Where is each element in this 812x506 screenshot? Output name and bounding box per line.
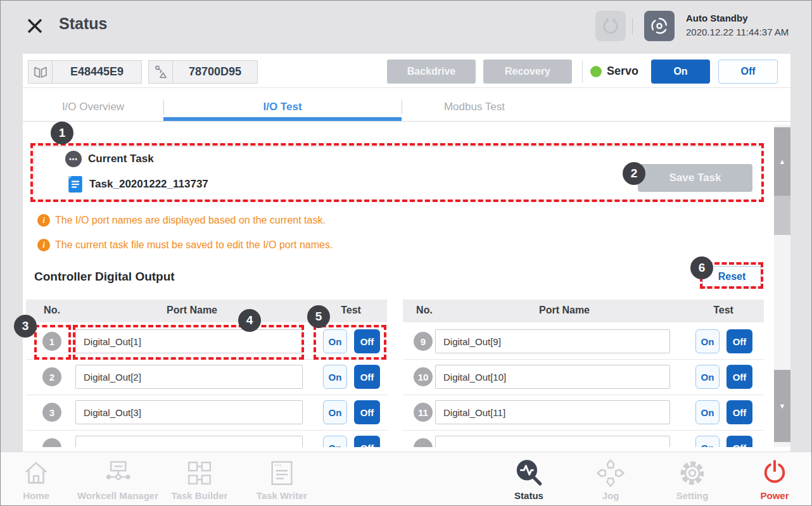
callout-box-test-buttons	[314, 325, 386, 360]
nav-label: Power	[727, 490, 812, 501]
nav-label: Task Builder	[152, 490, 247, 501]
test-on-button[interactable]: On	[695, 436, 720, 447]
nav-task-builder[interactable]: Task Builder	[152, 459, 247, 501]
nav-task-writer[interactable]: Task Writer	[234, 459, 329, 501]
backdrive-button[interactable]: Backdrive	[387, 60, 476, 84]
table-row: On Off	[26, 436, 387, 447]
auto-standby-label: Auto Standby	[686, 13, 748, 23]
close-button[interactable]	[23, 15, 46, 37]
row-divider	[26, 395, 387, 395]
controller-serial-field[interactable]: E48445E9	[28, 60, 142, 84]
scroll-up-icon: ▲	[779, 158, 786, 165]
test-off-button[interactable]: Off	[726, 365, 752, 389]
test-off-button[interactable]: Off	[354, 436, 380, 447]
servo-on-button[interactable]: On	[651, 60, 710, 84]
topbar-divider	[632, 18, 633, 35]
nav-setting[interactable]: Setting	[645, 459, 740, 501]
servo-off-button[interactable]: Off	[718, 60, 778, 84]
nav-status[interactable]: Status	[481, 459, 576, 501]
robot-serial-value: 78700D95	[173, 61, 257, 83]
callout-1: 1	[51, 122, 73, 144]
port-name-input[interactable]	[435, 400, 670, 424]
table-row: 10 On Off	[403, 365, 764, 389]
test-off-button[interactable]: Off	[726, 436, 752, 447]
test-off-button[interactable]: Off	[726, 400, 752, 424]
robot-release-button[interactable]	[595, 11, 626, 41]
port-name-input[interactable]	[75, 365, 303, 389]
scroll-down-icon: ▼	[779, 402, 786, 410]
test-on-button[interactable]: On	[695, 400, 720, 424]
callout-3: 3	[14, 315, 37, 338]
bottom-navbar: Home Workcell Manager Task	[1, 452, 812, 506]
port-name-input[interactable]	[75, 436, 303, 447]
nav-workcell-manager[interactable]: Workcell Manager	[70, 459, 165, 501]
row-divider	[26, 430, 387, 431]
open-ring-icon	[601, 16, 620, 35]
port-name-input[interactable]	[435, 436, 670, 447]
nav-label: Status	[481, 490, 576, 501]
scrollbar-thumb[interactable]	[774, 196, 790, 235]
row-divider	[403, 430, 764, 431]
notice-line-1: The I/O port names are displayed based o…	[55, 215, 326, 226]
table-row: 2 On Off	[26, 365, 387, 389]
col-header-test: Test	[713, 305, 733, 316]
callout-2: 2	[623, 162, 645, 185]
scroll-down-button[interactable]: ▼	[774, 370, 790, 442]
auto-standby-button[interactable]	[644, 11, 675, 41]
callout-box-port-name	[73, 325, 304, 360]
setting-gear-icon	[645, 459, 740, 489]
port-name-input[interactable]	[435, 329, 670, 353]
table-header: No. Port Name Test	[403, 300, 764, 322]
table-row: 9 On Off	[403, 329, 764, 353]
notice-line-2: The current task file must be saved to e…	[55, 239, 333, 251]
nav-power[interactable]: Power	[727, 459, 812, 501]
row-number-badge: 3	[42, 403, 61, 422]
test-off-button[interactable]: Off	[726, 329, 752, 353]
workcell-manager-icon	[70, 459, 165, 489]
recovery-button[interactable]: Recovery	[483, 60, 572, 84]
tab-io-test[interactable]: I/O Test	[219, 98, 346, 117]
col-header-port-name: Port Name	[539, 305, 590, 316]
tab-modbus-test[interactable]: Modbus Test	[411, 98, 538, 117]
row-number-badge	[42, 438, 61, 447]
nav-label: Setting	[645, 490, 740, 501]
port-name-input[interactable]	[435, 365, 670, 389]
io-table-left: No. Port Name Test 1 On Off 2 On Off 3 O…	[26, 300, 387, 447]
section-title: Controller Digital Output	[34, 270, 175, 284]
info-icon: i	[37, 239, 50, 251]
serial-row-divider	[23, 87, 790, 88]
col-header-test: Test	[341, 305, 361, 316]
table-row: On Off	[403, 436, 764, 447]
table-header: No. Port Name Test	[26, 300, 387, 322]
page-title: Status	[59, 15, 107, 33]
nav-label: Jog	[563, 490, 658, 501]
io-table-right: No. Port Name Test 9 On Off 10 On Off 11…	[403, 300, 764, 447]
test-off-button[interactable]: Off	[354, 400, 380, 424]
scroll-up-button[interactable]: ▲	[774, 127, 790, 196]
test-on-button[interactable]: On	[323, 365, 347, 389]
status-screen: Status Auto Standby 2020.12.22 11:44:37 …	[0, 0, 812, 506]
power-icon	[727, 459, 812, 489]
test-on-button[interactable]: On	[323, 436, 347, 447]
callout-box-current-task	[30, 143, 764, 202]
callout-5: 5	[307, 305, 330, 328]
nav-label: Workcell Manager	[70, 490, 165, 501]
standby-swirl-icon	[650, 16, 669, 35]
test-on-button[interactable]: On	[695, 365, 720, 389]
test-on-button[interactable]: On	[323, 400, 347, 424]
tab-divider	[402, 99, 402, 115]
tab-io-overview[interactable]: I/O Overview	[42, 98, 144, 117]
servo-label: Servo	[607, 65, 638, 78]
robot-arm-icon	[149, 61, 173, 83]
port-name-input[interactable]	[75, 400, 303, 424]
callout-box-row-number	[34, 325, 71, 360]
test-on-button[interactable]: On	[695, 329, 720, 353]
controller-serial-value: E48445E9	[53, 61, 141, 83]
jog-dpad-icon	[563, 459, 658, 489]
row-number-badge: 11	[414, 403, 433, 422]
robot-serial-field[interactable]: 78700D95	[148, 60, 258, 84]
test-off-button[interactable]: Off	[354, 365, 380, 389]
vertical-scrollbar[interactable]: ▲ ▼	[774, 125, 790, 447]
nav-jog[interactable]: Jog	[563, 459, 658, 501]
row-number-badge: 2	[42, 367, 61, 386]
